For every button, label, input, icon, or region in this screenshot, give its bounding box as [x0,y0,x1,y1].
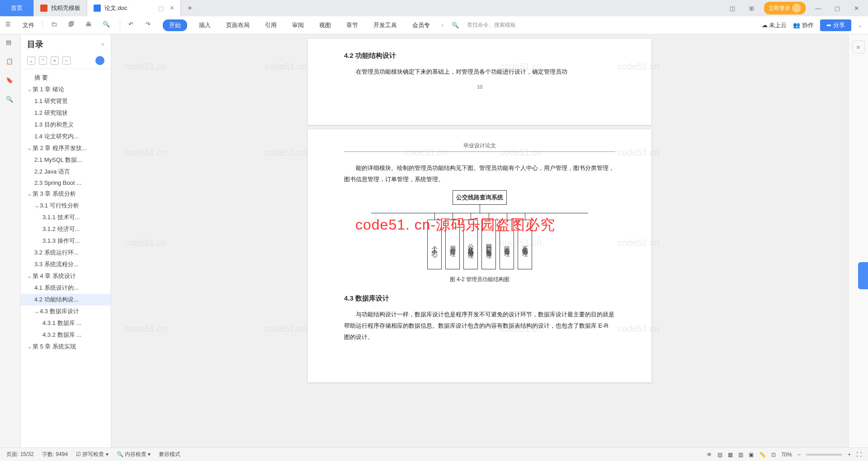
collab-button[interactable]: 👥 协作 [793,21,814,29]
toc-item[interactable]: 3.1.2 经济可... [21,223,111,235]
view-web-icon[interactable]: ▦ [728,452,733,458]
toc-item[interactable]: ⌄第 2 章 程序开发技... [21,142,111,154]
spell-label: 拼写检查 [82,451,104,457]
status-compat[interactable]: 兼容模式 [159,451,180,458]
toc-item[interactable]: ⌄第 1 章 绪论 [21,84,111,95]
collab-label: 协作 [802,22,814,28]
menu-insert[interactable]: 插入 [195,19,214,31]
search-placeholder[interactable]: 查找命令、搜索模板 [467,21,516,29]
fullscreen-icon[interactable]: ⛶ [856,452,862,458]
status-right: 👁 ▤ ▦ ▥ ▣ 📏 ⊡ 70% − + ⛶ [707,452,862,458]
toc-item[interactable]: 2.2 Java 语言 [21,166,111,178]
zoom-out-icon[interactable]: − [797,452,801,458]
bookmark-rail-icon[interactable]: 🔖 [6,77,15,86]
tab-document[interactable]: 论文.doc ▢ × [87,0,181,16]
toc-item[interactable]: 2.3 Spring Boot ... [21,178,111,188]
redo-icon[interactable]: ↷ [146,21,155,30]
tab-home[interactable]: 首页 [0,0,34,16]
status-page[interactable]: 页面: 15/32 [6,451,34,458]
menu-reference[interactable]: 引用 [261,19,280,31]
toc-list[interactable]: 摘 要⌄第 1 章 绪论1.1 研究背景1.2 研究现状1.3 目的和意义1.4… [21,69,111,447]
toc-item[interactable]: 3.1.1 技术可... [21,212,111,223]
panel-toggle-icon[interactable]: ≡ [852,41,865,53]
preview-icon[interactable]: 🔍 [103,21,112,30]
zoom-fit-icon[interactable]: ⊡ [771,452,776,458]
view-outline-icon[interactable]: ▥ [738,452,743,458]
toc-item[interactable]: 4.3.1 数据库 ... [21,317,111,329]
share-button[interactable]: ➦ 分享 [820,19,851,31]
zoom-slider[interactable] [806,454,842,456]
menu-devtools[interactable]: 开发工具 [370,19,401,31]
print-icon[interactable]: 🖶 [85,21,94,30]
menu-view[interactable]: 视图 [316,19,335,31]
close-tab-icon[interactable]: × [170,4,174,12]
view-page-icon[interactable]: ▤ [717,452,722,458]
toc-item[interactable]: 1.1 研究背景 [21,95,111,107]
paragraph: 在管理员功能模块确定下来的基础上，对管理员各个功能进行设计，确定管理员功 [344,66,615,78]
outline-rail-icon[interactable]: ▤ [6,39,15,48]
status-spellcheck[interactable]: ☑ 拼写检查 ▾ [76,451,108,458]
undo-icon[interactable]: ↶ [128,21,137,30]
new-tab-button[interactable]: + [181,4,199,13]
toc-item[interactable]: 1.2 研究现状 [21,107,111,119]
toc-item[interactable]: ⌄第 4 章 系统设计 [21,270,111,282]
chevron-right-icon[interactable]: › [442,22,443,28]
layout-icon[interactable]: ◫ [726,5,739,12]
toc-item[interactable]: 1.4 论文研究内... [21,131,111,142]
toc-item[interactable]: ⌄第 3 章 系统分析 [21,188,111,200]
paragraph: 与功能结构设计一样，数据库设计也是程序开发不可避免的设计环节，数据库设计最主要的… [344,309,615,343]
save-icon[interactable]: 🗀 [51,21,60,30]
toc-item[interactable]: 4.1 系统设计的... [21,282,111,294]
search-rail-icon[interactable]: 🔍 [6,96,15,105]
minimize-icon[interactable]: — [812,5,825,12]
main-body: ▤ 📋 🔖 🔍 目录 × ⌄ ⌃ + − 摘 要⌄第 1 章 绪论1.1 研究背… [0,34,868,447]
menu-icon[interactable]: ☰ [5,21,14,30]
document-canvas[interactable]: code51. cn-源码乐园盗图必究 code51.cn code51.cn … [111,34,848,447]
toc-item[interactable]: 4.3.2 数据库 ... [21,329,111,341]
status-wordcount[interactable]: 字数: 9494 [42,451,68,458]
search-icon[interactable]: 🔍 [452,22,459,28]
toc-item[interactable]: ⌄第 5 章 系统实现 [21,341,111,353]
collapse-all-icon[interactable]: ⌄ [27,56,35,65]
tab-templates[interactable]: 找稻壳模板 [34,0,87,16]
toc-item[interactable]: 3.2 系统运行环... [21,247,111,259]
close-outline-icon[interactable]: × [101,41,104,48]
zoom-value[interactable]: 70% [781,452,792,458]
file-menu[interactable]: 文件 [23,21,34,29]
menu-chapter[interactable]: 章节 [343,19,362,31]
toc-item[interactable]: 4.2 功能结构设... [21,294,111,306]
menu-layout[interactable]: 页面布局 [222,19,253,31]
toc-item[interactable]: ⌄4.3 数据库设计 [21,306,111,317]
expand-all-icon[interactable]: ⌃ [39,56,47,65]
cloud-status[interactable]: ☁ 未上云 [762,21,787,29]
watermark-text: code51.cn [265,61,307,72]
toc-item[interactable]: 3.1.3 操作可... [21,235,111,247]
maximize-icon[interactable]: ▢ [831,5,844,12]
apps-icon[interactable]: ⊞ [745,5,758,12]
toc-item[interactable]: ⌄3.1 可行性分析 [21,200,111,212]
view-read-icon[interactable]: ▣ [749,452,754,458]
toc-item[interactable]: 1.3 目的和意义 [21,119,111,131]
saveas-icon[interactable]: 🗐 [68,21,77,30]
remove-level-icon[interactable]: − [62,56,71,65]
toc-item[interactable]: 3.3 系统流程分... [21,259,111,270]
status-contentcheck[interactable]: 🔍 内容检查 ▾ [117,451,151,458]
presentation-icon[interactable]: ▢ [158,5,164,12]
feedback-tab[interactable] [858,262,868,289]
eye-icon[interactable]: 👁 [707,452,712,458]
menu-member[interactable]: 会员专 [409,19,434,31]
watermark-text: code51.cn [265,147,307,158]
close-window-icon[interactable]: ✕ [850,5,863,12]
toc-item[interactable]: 摘 要 [21,72,111,84]
toc-item[interactable]: 2.1 MySQL 数据... [21,154,111,166]
badge-icon[interactable] [95,56,104,65]
zoom-in-icon[interactable]: + [848,452,851,458]
org-chart-root: 公交线路查询系统 [453,190,507,205]
ruler-icon[interactable]: 📏 [759,452,766,458]
login-button[interactable]: 立即登录 [764,2,806,14]
add-level-icon[interactable]: + [51,56,59,65]
menu-start[interactable]: 开始 [163,19,187,31]
menu-review[interactable]: 审阅 [288,19,307,31]
more-icon[interactable]: ⌄ [858,22,863,28]
clipboard-rail-icon[interactable]: 📋 [6,58,15,67]
